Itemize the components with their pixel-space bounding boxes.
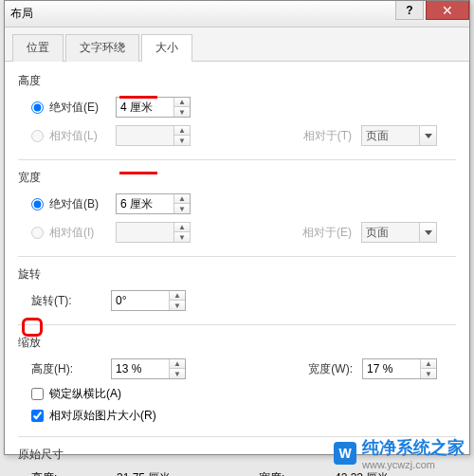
rotate-title: 旋转 [18, 263, 456, 286]
height-abs-radio[interactable] [31, 101, 44, 114]
orig-h-value: 31.75 厘米 [117, 470, 259, 476]
window-buttons: ? ✕ [395, 1, 469, 20]
dropdown-icon [419, 126, 436, 145]
rel-orig-row: 相对原始图片大小(R) [18, 405, 456, 427]
width-relto-combo [361, 222, 437, 243]
rel-orig-checkbox[interactable] [31, 410, 44, 422]
width-abs-row: 绝对值(B) ▲▼ [18, 190, 456, 218]
scale-title: 缩放 [18, 331, 456, 355]
window-title: 布局 [10, 6, 33, 22]
width-abs-radio[interactable] [31, 198, 44, 211]
tab-position[interactable]: 位置 [12, 34, 64, 62]
rotate-input[interactable] [112, 291, 169, 310]
width-rel-input [117, 223, 173, 242]
orig-w-value: 42.33 厘米 [335, 470, 389, 476]
scale-w-spinner[interactable]: ▲▼ [362, 358, 437, 379]
titlebar: 布局 ? ✕ [5, 1, 469, 27]
rotate-row: 旋转(T): ▲▼ [18, 286, 456, 315]
width-relto-value [362, 226, 419, 239]
height-relto-value [362, 129, 419, 142]
height-relto-label: 相对于(T) [303, 128, 352, 144]
tab-size[interactable]: 大小 [141, 34, 192, 62]
width-abs-label: 绝对值(B) [49, 196, 116, 212]
scale-w-input[interactable] [363, 359, 420, 378]
height-rel-spinner: ▲▼ [116, 125, 191, 146]
scale-w-label: 宽度(W): [308, 361, 353, 377]
down-arrow-icon[interactable]: ▼ [170, 301, 185, 310]
width-rel-radio [31, 227, 44, 239]
height-abs-label: 绝对值(E) [49, 100, 116, 116]
height-section: 高度 绝对值(E) ▲▼ 相对值(L) ▲▼ 相对于(T) [18, 69, 456, 160]
height-relto-combo [361, 125, 437, 146]
scale-hw-row: 高度(H): ▲▼ 宽度(W): ▲▼ [18, 355, 456, 383]
spinner-arrows: ▲▼ [173, 98, 190, 117]
lock-ar-row: 锁定纵横比(A) [18, 383, 456, 405]
height-abs-row: 绝对值(E) ▲▼ [18, 93, 456, 121]
orig-title: 原始尺寸 [18, 443, 456, 467]
scale-h-input[interactable] [112, 359, 169, 378]
layout-dialog: 布局 ? ✕ 位置 文字环绕 大小 高度 绝对值(E) ▲▼ 相对值(L) [4, 0, 470, 455]
up-arrow-icon[interactable]: ▲ [174, 194, 190, 204]
up-arrow-icon[interactable]: ▲ [421, 359, 436, 369]
lock-ar-label: 锁定纵横比(A) [49, 386, 121, 402]
width-abs-input[interactable] [117, 194, 173, 213]
height-abs-spinner[interactable]: ▲▼ [116, 97, 191, 118]
height-rel-input [117, 126, 173, 145]
rotate-section: 旋转 旋转(T): ▲▼ [18, 263, 456, 325]
lock-ar-checkbox[interactable] [31, 388, 44, 400]
down-arrow-icon[interactable]: ▼ [174, 107, 190, 117]
down-arrow-icon[interactable]: ▼ [170, 369, 185, 378]
dropdown-icon [419, 223, 436, 242]
rel-orig-label: 相对原始图片大小(R) [49, 408, 156, 424]
down-arrow-icon[interactable]: ▼ [421, 369, 436, 378]
orig-h-label: 高度: [31, 470, 117, 476]
width-rel-label: 相对值(I) [49, 225, 116, 241]
width-title: 宽度 [18, 166, 456, 190]
height-title: 高度 [18, 69, 456, 93]
up-arrow-icon[interactable]: ▲ [174, 98, 190, 107]
help-button[interactable]: ? [395, 1, 424, 20]
down-arrow-icon[interactable]: ▼ [174, 204, 190, 213]
tab-wrap[interactable]: 文字环绕 [65, 34, 139, 62]
tab-bar: 位置 文字环绕 大小 [5, 27, 469, 62]
height-rel-radio [31, 130, 44, 142]
height-rel-row: 相对值(L) ▲▼ 相对于(T) [18, 121, 456, 150]
close-button[interactable]: ✕ [426, 1, 469, 20]
orig-dims-row: 高度: 31.75 厘米 宽度: 42.33 厘米 [18, 467, 456, 476]
height-abs-input[interactable] [117, 98, 173, 117]
scale-h-spinner[interactable]: ▲▼ [111, 358, 186, 379]
scale-h-label: 高度(H): [31, 361, 111, 377]
width-section: 宽度 绝对值(B) ▲▼ 相对值(I) ▲▼ 相对于(E) [18, 166, 456, 257]
width-abs-spinner[interactable]: ▲▼ [116, 193, 191, 214]
scale-section: 缩放 高度(H): ▲▼ 宽度(W): ▲▼ 锁定纵横比(A) [18, 331, 456, 437]
size-panel: 高度 绝对值(E) ▲▼ 相对值(L) ▲▼ 相对于(T) [5, 62, 469, 476]
rotate-spinner[interactable]: ▲▼ [111, 290, 186, 311]
width-relto-label: 相对于(E) [302, 225, 352, 241]
orig-w-label: 宽度: [259, 470, 335, 476]
up-arrow-icon[interactable]: ▲ [170, 291, 185, 301]
up-arrow-icon[interactable]: ▲ [170, 359, 185, 369]
orig-section: 原始尺寸 高度: 31.75 厘米 宽度: 42.33 厘米 [18, 443, 456, 476]
rotate-label: 旋转(T): [31, 293, 111, 309]
width-rel-row: 相对值(I) ▲▼ 相对于(E) [18, 218, 456, 247]
height-rel-label: 相对值(L) [49, 128, 116, 144]
width-rel-spinner: ▲▼ [116, 222, 191, 243]
